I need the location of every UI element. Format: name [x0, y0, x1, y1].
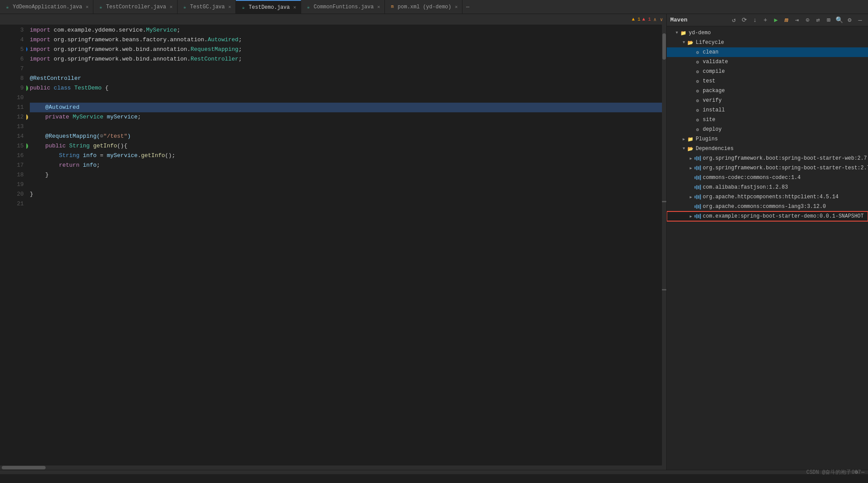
scroll-up-button[interactable]: ∧: [653, 17, 658, 22]
maven-m-button[interactable]: m: [782, 16, 791, 25]
warning-count: ▲ 1: [632, 17, 640, 22]
tree-label: Plugins: [696, 136, 718, 142]
tab-close[interactable]: ✕: [228, 4, 231, 10]
tab-close[interactable]: ✕: [293, 4, 296, 10]
editor-toolbar: ▲ 1 ▲ 1 ∧ ∨: [0, 14, 666, 25]
java-file-icon: ☕: [240, 4, 246, 11]
reimport-button[interactable]: ⟳: [740, 16, 749, 25]
code-content[interactable]: import com.example.yddemo.service.MyServ…: [26, 25, 662, 465]
tree-label: yd-demo: [689, 30, 711, 36]
tab-yddemoapplication[interactable]: ☕ YdDemoApplication.java ✕: [0, 0, 93, 14]
tree-label: org.springframework.boot:spring-boot-sta…: [703, 165, 868, 171]
tree-item-dep1[interactable]: ▶ org.springframework.boot:spring-boot-s…: [667, 154, 868, 163]
download-button[interactable]: ↓: [751, 16, 759, 25]
tab-testdemo[interactable]: ☕ TestDemo.java ✕: [236, 0, 301, 14]
lifecycle-icon: ⚙: [694, 87, 701, 94]
tree-label: Dependencies: [696, 146, 733, 152]
tree-label: com.alibaba:fastjson:1.2.83: [703, 184, 788, 190]
tree-item-compile[interactable]: ⚙ compile: [667, 67, 868, 76]
maven-toolbar: ↺ ⟳ ↓ + ▶ m ⇥ ⊙ ⇄ ⊞ 🔍 ⚙ —: [729, 16, 864, 25]
toggle-button[interactable]: ⊙: [803, 16, 812, 25]
tab-close[interactable]: ✕: [455, 4, 458, 10]
code-line-13: [30, 122, 662, 132]
code-line-14: @RequestMapping(⊙"/test"): [30, 132, 662, 141]
tab-close[interactable]: ✕: [377, 4, 380, 10]
scroll-down-button[interactable]: ∨: [659, 17, 664, 22]
minimize-button[interactable]: —: [856, 16, 864, 25]
code-line-11: @Autowired: [30, 103, 662, 112]
tab-label: TestGC.java: [190, 4, 225, 10]
java-file-icon: ☕: [98, 4, 104, 10]
tree-item-lifecycle[interactable]: ▼ 📂 Lifecycle: [667, 38, 868, 47]
columns-button[interactable]: ⊞: [824, 16, 833, 25]
tree-item-dep5[interactable]: ▶ org.apache.httpcomponents:httpclient:4…: [667, 192, 868, 202]
tree-item-yd-demo[interactable]: ▼ 📁 yd-demo: [667, 28, 868, 38]
lifecycle-icon: ⚙: [694, 126, 701, 133]
code-line-15: ▶ public String getInfo(){: [30, 141, 662, 151]
tab-label: TestController.java: [106, 4, 166, 10]
chevron-down-icon: ▼: [681, 147, 687, 151]
tree-label: com.example:spring-boot-starter-demo:0.0…: [703, 213, 864, 219]
tab-close[interactable]: ✕: [170, 4, 173, 10]
chevron-down-icon: ▼: [681, 40, 687, 45]
dependency-icon: [694, 165, 701, 172]
tree-item-dep7[interactable]: ▶ com.example:spring-boot-starter-demo:0…: [667, 211, 868, 221]
dependency-icon: [694, 174, 701, 181]
code-line-7: [30, 64, 662, 74]
search-button[interactable]: 🔍: [835, 16, 843, 25]
refresh-button[interactable]: ↺: [729, 16, 738, 25]
tree-item-dep2[interactable]: ▶ org.springframework.boot:spring-boot-s…: [667, 163, 868, 173]
tab-pomxml[interactable]: m pom.xml (yd-demo) ✕: [385, 0, 462, 14]
add-button[interactable]: +: [761, 16, 770, 25]
error-count: ▲ 1: [642, 17, 651, 22]
code-line-21: [30, 199, 662, 209]
tab-commonfuntions[interactable]: ☕ CommonFuntions.java ✕: [301, 0, 385, 14]
chevron-down-icon: ▼: [674, 31, 680, 35]
settings-button[interactable]: ⚙: [845, 16, 854, 25]
tree-label: test: [703, 78, 715, 84]
tree-item-install[interactable]: ⚙ install: [667, 105, 868, 115]
tab-testgc[interactable]: ☕ TestGC.java ✕: [178, 0, 236, 14]
chevron-right-icon: ▶: [688, 195, 694, 200]
tree-item-clean[interactable]: ⚙ clean: [667, 47, 868, 57]
code-line-19: [30, 180, 662, 190]
editor-area: ▲ 1 ▲ 1 ∧ ∨ 3 4 5 6 7 8 9 10 11 12 13 14: [0, 14, 666, 470]
tree-item-deploy[interactable]: ⚙ deploy: [667, 125, 868, 134]
tree-item-verify[interactable]: ⚙ verify: [667, 96, 868, 105]
java-file-icon: ☕: [4, 4, 11, 10]
tree-item-package[interactable]: ⚙ package: [667, 86, 868, 96]
tree-item-site[interactable]: ⚙ site: [667, 115, 868, 125]
tree-label: compile: [703, 68, 725, 75]
tree-item-plugins[interactable]: ▶ 📁 Plugins: [667, 134, 868, 144]
gutter-area: [0, 25, 9, 465]
tab-close[interactable]: ✕: [85, 4, 89, 10]
editor-scrollbar[interactable]: [662, 25, 666, 465]
editor-horizontal-scrollbar[interactable]: [0, 465, 666, 470]
tab-testcontroller[interactable]: ☕ TestController.java ✕: [93, 0, 177, 14]
dependency-icon: [694, 213, 701, 220]
code-editor[interactable]: 3 4 5 6 7 8 9 10 11 12 13 14 15 16 17 18…: [0, 25, 666, 465]
tree-item-validate[interactable]: ⚙ validate: [667, 57, 868, 67]
lifecycle-icon: ⚙: [694, 116, 701, 123]
tree-label: org.springframework.boot:spring-boot-sta…: [703, 155, 868, 161]
more-tabs-button[interactable]: ⋯: [462, 4, 473, 11]
tree-item-dependencies[interactable]: ▼ 📂 Dependencies: [667, 144, 868, 154]
run-button[interactable]: ▶: [772, 16, 780, 25]
sync-button[interactable]: ⇄: [814, 16, 822, 25]
dependency-icon: [694, 203, 701, 210]
tree-item-dep6[interactable]: org.apache.commons:commons-lang3:3.12.0: [667, 202, 868, 211]
tree-label: site: [703, 117, 715, 123]
tree-label: org.apache.commons:commons-lang3:3.12.0: [703, 204, 826, 210]
java-file-icon: ☕: [182, 4, 188, 10]
tree-item-dep3[interactable]: commons-codec:commons-codec:1.4: [667, 173, 868, 182]
chevron-right-icon: ▶: [688, 214, 694, 219]
skip-button[interactable]: ⇥: [793, 16, 801, 25]
tree-label: verify: [703, 97, 722, 104]
tree-item-test[interactable]: ⚙ test: [667, 76, 868, 86]
tree-label: deploy: [703, 126, 722, 132]
tab-label: CommonFuntions.java: [314, 4, 374, 10]
lifecycle-icon: ⚙: [694, 49, 701, 56]
tree-item-dep4[interactable]: com.alibaba:fastjson:1.2.83: [667, 182, 868, 192]
plugins-folder-icon: 📁: [687, 136, 694, 143]
lifecycle-folder-icon: 📂: [687, 39, 694, 46]
